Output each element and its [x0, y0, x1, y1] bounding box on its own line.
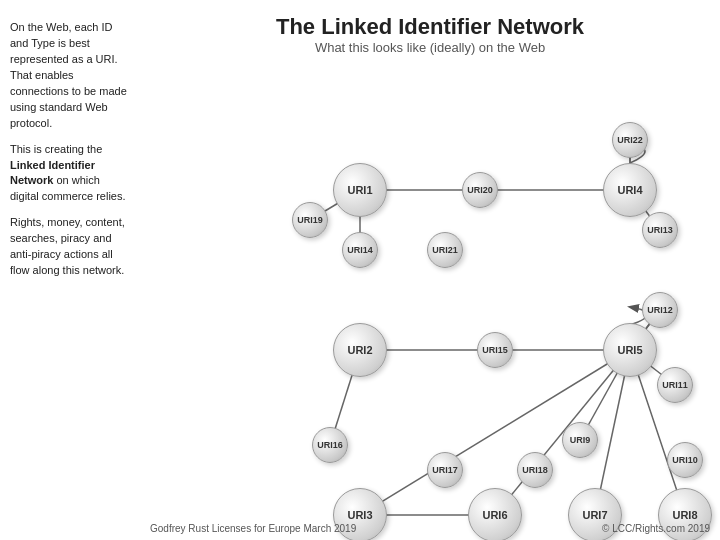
node-uri12: URI12	[642, 292, 678, 328]
footer-right: © LCC/Rights.com 2019	[602, 523, 710, 534]
node-uri22: URI22	[612, 122, 648, 158]
node-uri21: URI21	[427, 232, 463, 268]
node-uri11: URI11	[657, 367, 693, 403]
left-para-3: Rights, money, content, searches, piracy…	[10, 215, 130, 279]
node-uri14: URI14	[342, 232, 378, 268]
node-uri13: URI13	[642, 212, 678, 248]
node-uri4: URI4	[603, 163, 657, 217]
node-uri18: URI18	[517, 452, 553, 488]
node-uri17: URI17	[427, 452, 463, 488]
diagram: URI1URI2URI3URI4URI5URI6URI7URI8URI9URI1…	[140, 55, 720, 525]
footer-left: Godfrey Rust Licenses for Europe March 2…	[150, 523, 356, 534]
title-area: The Linked Identifier Network What this …	[140, 0, 720, 55]
node-uri19: URI19	[292, 202, 328, 238]
node-uri16: URI16	[312, 427, 348, 463]
footer: Godfrey Rust Licenses for Europe March 2…	[140, 523, 720, 534]
node-uri5: URI5	[603, 323, 657, 377]
node-uri10: URI10	[667, 442, 703, 478]
main-subtitle: What this looks like (ideally) on the We…	[140, 40, 720, 55]
left-text-panel: On the Web, each ID and Type is best rep…	[10, 20, 130, 289]
node-uri20: URI20	[462, 172, 498, 208]
main-content: The Linked Identifier Network What this …	[140, 0, 720, 540]
node-uri9: URI9	[562, 422, 598, 458]
left-para-2: This is creating the Linked Identifier N…	[10, 142, 130, 206]
node-uri1: URI1	[333, 163, 387, 217]
node-uri2: URI2	[333, 323, 387, 377]
node-uri15: URI15	[477, 332, 513, 368]
left-para-1: On the Web, each ID and Type is best rep…	[10, 20, 130, 132]
main-title: The Linked Identifier Network	[140, 14, 720, 40]
